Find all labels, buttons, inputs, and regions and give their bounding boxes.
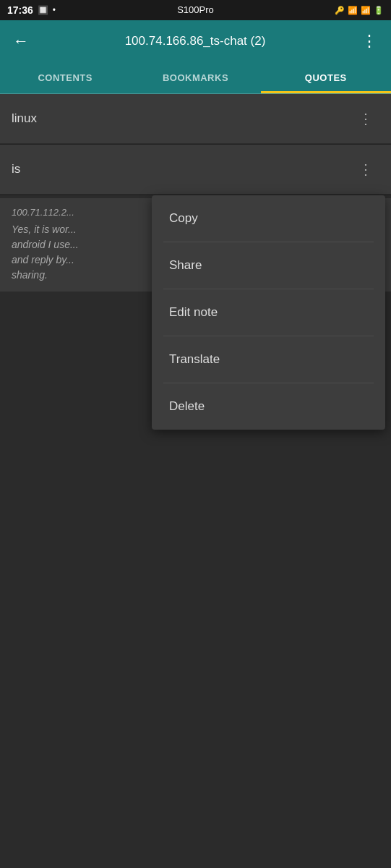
tab-bookmarks[interactable]: BOOKMARKS (130, 62, 260, 93)
list-item-is-more[interactable]: ⋮ (353, 158, 379, 181)
context-menu-delete[interactable]: Delete (152, 383, 385, 430)
list-item-linux: linux ⋮ (0, 94, 391, 144)
context-menu-share[interactable]: Share (152, 242, 385, 289)
status-bar: 17:36 🔲 • S100Pro 🔑 📶 📶 🔋 (0, 0, 391, 20)
context-menu-copy[interactable]: Copy (152, 195, 385, 242)
tab-bar: CONTENTS BOOKMARKS QUOTES (0, 62, 391, 94)
list-item-linux-more[interactable]: ⋮ (353, 107, 379, 130)
device-name: S100Pro (177, 4, 214, 15)
wifi-icon: 📶 (348, 6, 358, 15)
signal-icon: 📶 (361, 6, 371, 15)
key-icon: 🔑 (335, 6, 345, 15)
more-button[interactable]: ⋮ (357, 27, 382, 55)
context-menu-translate[interactable]: Translate (152, 336, 385, 383)
back-button[interactable]: ← (9, 27, 33, 55)
toolbar: ← 100.74.166.86_ts-chat (2) ⋮ (0, 20, 391, 62)
status-bar-time: 17:36 (7, 4, 33, 16)
dot-icon: • (53, 5, 56, 15)
status-bar-left: 17:36 🔲 • (7, 4, 56, 16)
context-menu: Copy Share Edit note Translate Delete (152, 195, 385, 430)
tab-contents[interactable]: CONTENTS (0, 62, 130, 93)
status-bar-right: 🔑 📶 📶 🔋 (335, 6, 384, 15)
content-area: linux ⋮ is ⋮ 100.71.112.2... Yes, it is … (0, 94, 391, 745)
sim-icon: 🔲 (38, 5, 48, 15)
list-item-linux-text: linux (12, 111, 37, 126)
context-menu-edit-note[interactable]: Edit note (152, 289, 385, 336)
list-item-is-text: is (12, 162, 20, 176)
tab-quotes[interactable]: QUOTES (261, 62, 391, 93)
list-item-is: is ⋮ (0, 145, 391, 195)
toolbar-title: 100.74.166.86_ts-chat (2) (40, 34, 350, 48)
battery-icon: 🔋 (374, 6, 384, 15)
